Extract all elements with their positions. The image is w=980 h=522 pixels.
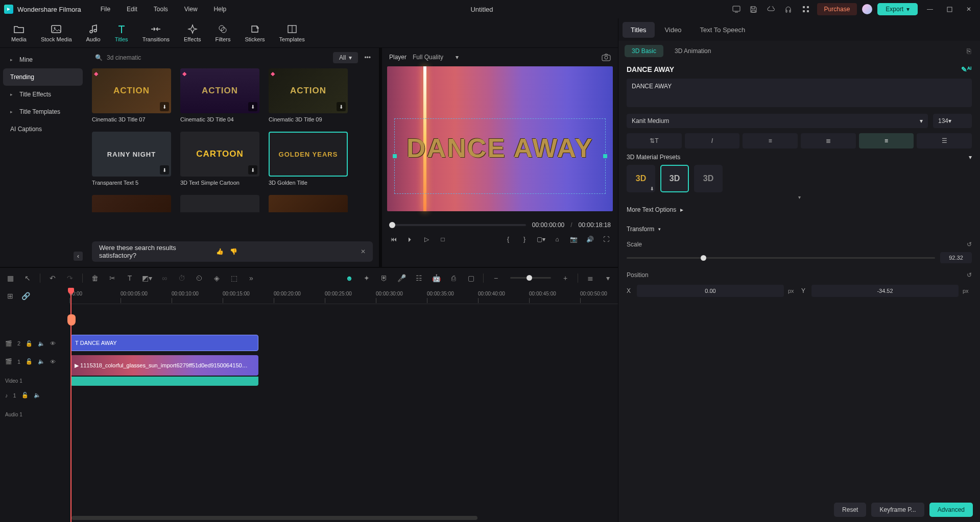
- cloud-icon[interactable]: [765, 3, 777, 15]
- reset-button[interactable]: Reset: [834, 503, 866, 517]
- timeline-ruler[interactable]: 00:0000:00:05:0000:00:10:0000:00:15:0000…: [69, 288, 618, 304]
- preset-1[interactable]: 3D⬇: [627, 165, 655, 192]
- render-icon[interactable]: ⎙: [448, 274, 459, 282]
- lock-icon[interactable]: 🔓: [26, 340, 33, 347]
- seek-handle[interactable]: [389, 222, 395, 228]
- scrollbar-thumb[interactable]: [71, 516, 477, 520]
- track-audio1[interactable]: [69, 388, 618, 421]
- italic-button[interactable]: I: [685, 133, 740, 148]
- presets-header[interactable]: 3D Material Presets▾: [627, 148, 972, 165]
- redo-icon[interactable]: ↷: [65, 274, 75, 282]
- timeline-body[interactable]: 00:0000:00:05:0000:00:10:0000:00:15:0000…: [69, 288, 618, 522]
- font-select[interactable]: Kanit Medium▾: [627, 114, 928, 128]
- menu-tools[interactable]: Tools: [147, 4, 175, 15]
- zoom-handle[interactable]: [527, 275, 532, 281]
- quality-select[interactable]: Full Quality▾: [413, 54, 459, 61]
- tracks-add-icon[interactable]: ⊞: [5, 292, 15, 300]
- align-center-button[interactable]: ≣: [801, 133, 856, 148]
- maximize-button[interactable]: [942, 2, 957, 16]
- sidebar-item-trending[interactable]: Trending: [3, 68, 83, 86]
- thumbnail[interactable]: ◆ACTION⬇Cinematic 3D Title 04: [180, 68, 259, 122]
- ai-edit-icon[interactable]: ✎ᴬᴵ: [961, 65, 972, 73]
- prev-frame-icon[interactable]: ⏮: [389, 236, 398, 243]
- color-icon[interactable]: ◈: [211, 274, 222, 282]
- download-icon[interactable]: ⬇: [160, 102, 169, 111]
- preset-save-icon[interactable]: ⎘: [964, 47, 974, 55]
- filter-all-button[interactable]: All▾: [333, 52, 358, 63]
- tab-audio[interactable]: Audio: [79, 22, 108, 44]
- menu-view[interactable]: View: [177, 4, 205, 15]
- preset-2[interactable]: 3D: [660, 165, 689, 192]
- player-seek-track[interactable]: [389, 224, 526, 226]
- undo-icon[interactable]: ↶: [47, 274, 58, 282]
- tab-tts-insp[interactable]: Text To Speech: [692, 22, 754, 38]
- clip-title[interactable]: T DANCE AWAY: [70, 335, 258, 351]
- cut-icon[interactable]: ✂: [107, 274, 117, 282]
- tab-titles[interactable]: Titles: [108, 22, 135, 44]
- pos-y-input[interactable]: -34.52: [811, 285, 959, 297]
- track-header-audio1[interactable]: ♪1 🔓 🔈 Audio 1: [0, 388, 69, 421]
- mic-icon[interactable]: 🎤: [396, 274, 407, 282]
- snapshot-icon[interactable]: [602, 54, 611, 61]
- thumbs-down-icon[interactable]: 👎: [230, 248, 237, 255]
- crop-icon[interactable]: ◩▾: [142, 274, 152, 282]
- tab-effects[interactable]: Effects: [177, 22, 208, 44]
- thumbnail[interactable]: RAINY NIGHT⬇Transparent Text 5: [92, 132, 171, 186]
- thumbnail[interactable]: [269, 195, 348, 212]
- align-right-button[interactable]: ≡: [859, 133, 914, 148]
- clip-video[interactable]: ▶ 1115318_colorful_glasses_sun_import627…: [70, 355, 258, 376]
- preset-3[interactable]: 3D: [694, 165, 723, 192]
- tab-templates[interactable]: Templates: [272, 22, 312, 44]
- mute-icon[interactable]: 🔈: [38, 358, 45, 365]
- download-icon[interactable]: ⬇: [160, 165, 169, 175]
- download-icon[interactable]: ⬇: [248, 165, 257, 175]
- overflow-icon[interactable]: »: [246, 274, 256, 282]
- tab-transitions[interactable]: Transitions: [135, 22, 177, 44]
- lock-icon[interactable]: 🔓: [21, 392, 29, 399]
- tab-media[interactable]: Media: [4, 22, 34, 44]
- thumbnail[interactable]: ◆ACTION⬇Cinematic 3D Title 07: [92, 68, 171, 122]
- device-icon[interactable]: [730, 3, 743, 15]
- mark-in-icon[interactable]: {: [504, 236, 513, 243]
- tab-stickers[interactable]: Stickers: [237, 22, 272, 44]
- stop-icon[interactable]: □: [438, 236, 447, 243]
- menu-file[interactable]: File: [93, 4, 117, 15]
- volume-icon[interactable]: 🔊: [585, 236, 594, 243]
- tab-stock-media[interactable]: Stock Media: [34, 22, 79, 44]
- keyframe-button[interactable]: Keyframe P...: [871, 503, 924, 517]
- marker-icon[interactable]: ▢: [466, 274, 476, 282]
- thumbnail[interactable]: GOLDEN YEARS3D Golden Title: [269, 132, 348, 186]
- track-title[interactable]: T DANCE AWAY: [69, 333, 618, 354]
- zoom-in-icon[interactable]: +: [560, 274, 570, 282]
- eye-icon[interactable]: 👁: [50, 340, 56, 346]
- advanced-button[interactable]: Advanced: [929, 503, 973, 517]
- speed-icon[interactable]: ⏱: [177, 274, 187, 282]
- close-icon[interactable]: ✕: [361, 248, 366, 255]
- sidebar-item-ai-captions[interactable]: AI Captions: [3, 120, 83, 138]
- sidebar-item-title-effects[interactable]: ▸Title Effects: [3, 86, 83, 103]
- cursor-icon[interactable]: ↖: [22, 274, 33, 282]
- search-input[interactable]: 🔍3d cinematic: [92, 52, 329, 63]
- play-icon[interactable]: ▷: [422, 236, 431, 243]
- sidebar-item-mine[interactable]: ▸Mine: [3, 51, 83, 68]
- title-text-input[interactable]: [627, 79, 972, 107]
- group-icon[interactable]: ⬚: [229, 274, 239, 282]
- scale-slider[interactable]: [627, 257, 935, 259]
- align-justify-button[interactable]: ☰: [917, 133, 972, 148]
- apps-icon[interactable]: [800, 3, 812, 15]
- pos-x-input[interactable]: 0.00: [637, 285, 784, 297]
- thumbnail[interactable]: ◆ACTION⬇Cinematic 3D Title 09: [269, 68, 348, 122]
- play-back-icon[interactable]: ⏵: [405, 236, 415, 243]
- lock-icon[interactable]: 🔓: [26, 358, 33, 365]
- shield-icon[interactable]: ⛨: [379, 274, 389, 282]
- delete-icon[interactable]: 🗑: [90, 274, 100, 282]
- more-text-options[interactable]: More Text Options▸: [627, 200, 972, 219]
- timer-icon[interactable]: ⏲: [194, 274, 204, 282]
- thumbnail[interactable]: [92, 195, 171, 212]
- headphones-icon[interactable]: [782, 3, 795, 15]
- track-video1[interactable]: ▶ 1115318_colorful_glasses_sun_import627…: [69, 354, 618, 388]
- subtab-3d-animation[interactable]: 3D Animation: [667, 45, 718, 57]
- position-reset-icon[interactable]: ↺: [967, 271, 972, 279]
- close-button[interactable]: ✕: [962, 2, 976, 16]
- zoom-slider[interactable]: [510, 277, 551, 279]
